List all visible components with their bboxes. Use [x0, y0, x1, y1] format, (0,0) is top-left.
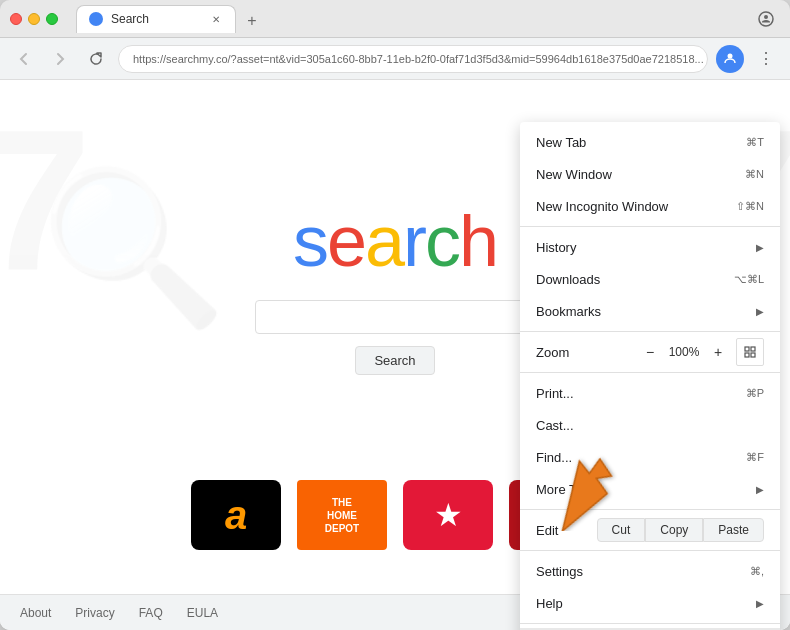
svg-rect-4: [745, 353, 749, 357]
logo-letter-c: c: [425, 201, 459, 281]
menu-item-history[interactable]: History ▶: [520, 231, 780, 263]
search-input[interactable]: [255, 300, 535, 334]
shortcut-homedepot[interactable]: THEHOMEDEPOT: [297, 480, 387, 550]
homedepot-logo: THEHOMEDEPOT: [325, 496, 359, 535]
zoom-fullscreen-button[interactable]: [736, 338, 764, 366]
menu-item-bookmarks[interactable]: Bookmarks ▶: [520, 295, 780, 327]
close-window-button[interactable]: [10, 13, 22, 25]
shortcut-macys[interactable]: ★: [403, 480, 493, 550]
minimize-window-button[interactable]: [28, 13, 40, 25]
logo-letter-a: a: [365, 201, 403, 281]
svg-marker-6: [542, 453, 624, 531]
zoom-in-button[interactable]: +: [704, 338, 732, 366]
chrome-menu-button[interactable]: ⋮: [752, 45, 780, 73]
divider-5: [520, 550, 780, 551]
new-tab-button[interactable]: +: [240, 9, 264, 33]
svg-rect-3: [751, 347, 755, 351]
menu-item-new-incognito[interactable]: New Incognito Window ⇧⌘N: [520, 190, 780, 222]
maximize-window-button[interactable]: [46, 13, 58, 25]
chrome-dropdown-menu: New Tab ⌘T New Window ⌘N New Incognito W…: [520, 122, 780, 630]
menu-item-new-tab[interactable]: New Tab ⌘T: [520, 126, 780, 158]
tab-title: Search: [111, 12, 149, 26]
macys-logo: ★: [434, 496, 463, 534]
menu-item-cast[interactable]: Cast...: [520, 409, 780, 441]
footer-privacy-link[interactable]: Privacy: [75, 606, 114, 620]
copy-button[interactable]: Copy: [645, 518, 703, 542]
browser-window: Search ✕ + https://searchmy.co/?asset=nt…: [0, 0, 790, 630]
amazon-logo: a: [225, 493, 247, 538]
divider-2: [520, 331, 780, 332]
search-button[interactable]: Search: [355, 346, 434, 375]
address-bar: https://searchmy.co/?asset=nt&vid=305a1c…: [0, 38, 790, 80]
refresh-button[interactable]: [82, 45, 110, 73]
active-tab[interactable]: Search ✕: [76, 5, 236, 33]
divider-6: [520, 623, 780, 624]
svg-point-1: [728, 53, 733, 58]
logo-letter-s: s: [293, 201, 327, 281]
traffic-lights: [10, 13, 58, 25]
tab-favicon: [89, 12, 103, 26]
footer-faq-link[interactable]: FAQ: [139, 606, 163, 620]
search-logo: search: [293, 200, 497, 282]
search-box-container: Search: [255, 300, 535, 375]
zoom-value: 100%: [664, 345, 704, 359]
menu-item-new-window[interactable]: New Window ⌘N: [520, 158, 780, 190]
menu-item-downloads[interactable]: Downloads ⌥⌘L: [520, 263, 780, 295]
logo-letter-h: h: [459, 201, 497, 281]
profile-options-icon: [752, 5, 780, 33]
shortcut-amazon[interactable]: a: [191, 480, 281, 550]
footer-about-link[interactable]: About: [20, 606, 51, 620]
profile-button[interactable]: [716, 45, 744, 73]
menu-item-settings[interactable]: Settings ⌘,: [520, 555, 780, 587]
divider-3: [520, 372, 780, 373]
tab-bar: Search ✕ +: [76, 5, 744, 33]
menu-item-help[interactable]: Help ▶: [520, 587, 780, 619]
close-tab-button[interactable]: ✕: [209, 12, 223, 26]
forward-button[interactable]: [46, 45, 74, 73]
zoom-out-button[interactable]: −: [636, 338, 664, 366]
logo-letter-r: r: [403, 201, 425, 281]
address-input[interactable]: https://searchmy.co/?asset=nt&vid=305a1c…: [118, 45, 708, 73]
divider-1: [520, 226, 780, 227]
zoom-control: Zoom − 100% +: [520, 336, 780, 368]
menu-item-print[interactable]: Print... ⌘P: [520, 377, 780, 409]
svg-rect-2: [745, 347, 749, 351]
svg-rect-5: [751, 353, 755, 357]
paste-button[interactable]: Paste: [703, 518, 764, 542]
logo-letter-e: e: [327, 201, 365, 281]
page-content: 7 7 🔍 search Search a THEHOMEDEPOT ★ JC: [0, 80, 790, 630]
footer-eula-link[interactable]: EULA: [187, 606, 218, 620]
title-bar: Search ✕ +: [0, 0, 790, 38]
arrow-pointer: [540, 441, 630, 535]
url-text: https://searchmy.co/?asset=nt&vid=305a1c…: [133, 53, 704, 65]
back-button[interactable]: [10, 45, 38, 73]
